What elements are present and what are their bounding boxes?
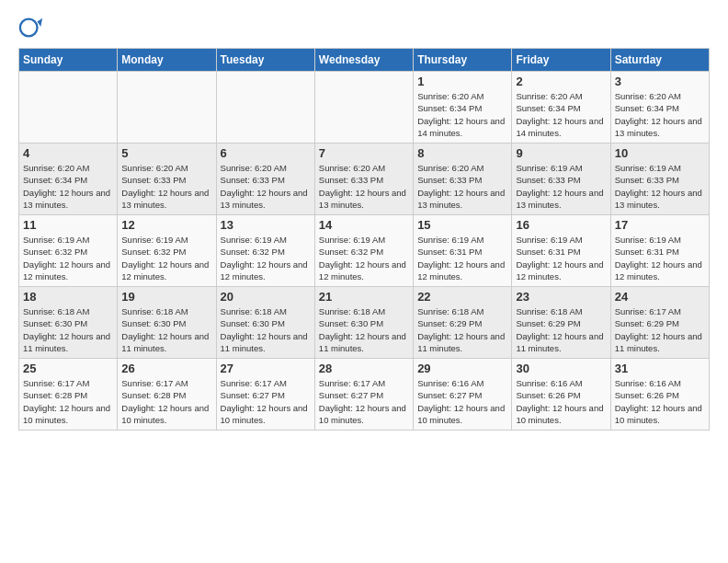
day-number: 12	[121, 218, 211, 232]
day-info: Sunrise: 6:19 AMSunset: 6:33 PMDaylight:…	[516, 162, 606, 211]
col-header-thursday: Thursday	[414, 49, 512, 72]
day-cell: 18Sunrise: 6:18 AMSunset: 6:30 PMDayligh…	[19, 287, 118, 359]
day-cell: 12Sunrise: 6:19 AMSunset: 6:32 PMDayligh…	[118, 215, 216, 287]
day-info: Sunrise: 6:19 AMSunset: 6:32 PMDaylight:…	[23, 234, 113, 282]
calendar-table: SundayMondayTuesdayWednesdayThursdayFrid…	[18, 48, 710, 431]
header	[18, 15, 710, 40]
day-info: Sunrise: 6:20 AMSunset: 6:33 PMDaylight:…	[121, 162, 211, 211]
day-number: 15	[417, 218, 507, 232]
week-row-1: 1Sunrise: 6:20 AMSunset: 6:34 PMDaylight…	[19, 72, 710, 144]
day-number: 30	[516, 362, 606, 375]
day-number: 14	[319, 218, 409, 232]
day-cell: 6Sunrise: 6:20 AMSunset: 6:33 PMDaylight…	[216, 144, 314, 215]
day-cell: 14Sunrise: 6:19 AMSunset: 6:32 PMDayligh…	[314, 215, 413, 287]
day-cell: 1Sunrise: 6:20 AMSunset: 6:34 PMDaylight…	[414, 72, 512, 144]
day-info: Sunrise: 6:17 AMSunset: 6:27 PMDaylight:…	[221, 377, 311, 426]
day-info: Sunrise: 6:19 AMSunset: 6:32 PMDaylight:…	[319, 234, 409, 282]
day-number: 26	[121, 362, 211, 375]
day-info: Sunrise: 6:18 AMSunset: 6:30 PMDaylight:…	[23, 305, 113, 354]
day-cell: 13Sunrise: 6:19 AMSunset: 6:32 PMDayligh…	[216, 215, 314, 287]
day-cell: 26Sunrise: 6:17 AMSunset: 6:28 PMDayligh…	[118, 359, 216, 431]
day-cell: 29Sunrise: 6:16 AMSunset: 6:27 PMDayligh…	[414, 359, 512, 431]
day-cell: 9Sunrise: 6:19 AMSunset: 6:33 PMDaylight…	[512, 144, 610, 215]
day-cell: 23Sunrise: 6:18 AMSunset: 6:29 PMDayligh…	[512, 287, 610, 359]
day-number: 31	[615, 362, 705, 375]
day-number: 8	[417, 146, 507, 160]
col-header-wednesday: Wednesday	[314, 49, 413, 72]
day-number: 25	[23, 362, 113, 375]
day-cell: 21Sunrise: 6:18 AMSunset: 6:30 PMDayligh…	[314, 287, 413, 359]
day-number: 1	[417, 75, 507, 88]
day-cell: 2Sunrise: 6:20 AMSunset: 6:34 PMDaylight…	[512, 72, 610, 144]
col-header-saturday: Saturday	[610, 49, 709, 72]
day-cell: 27Sunrise: 6:17 AMSunset: 6:27 PMDayligh…	[216, 359, 314, 431]
day-number: 24	[615, 290, 705, 304]
day-cell: 11Sunrise: 6:19 AMSunset: 6:32 PMDayligh…	[19, 215, 118, 287]
day-cell	[19, 72, 118, 144]
header-row: SundayMondayTuesdayWednesdayThursdayFrid…	[19, 49, 710, 72]
day-info: Sunrise: 6:20 AMSunset: 6:33 PMDaylight:…	[319, 162, 409, 211]
col-header-monday: Monday	[118, 49, 216, 72]
day-info: Sunrise: 6:20 AMSunset: 6:33 PMDaylight:…	[221, 162, 311, 211]
day-cell	[314, 72, 413, 144]
day-number: 20	[221, 290, 311, 304]
day-info: Sunrise: 6:19 AMSunset: 6:31 PMDaylight:…	[615, 234, 705, 282]
logo-icon	[18, 15, 44, 40]
day-cell	[118, 72, 216, 144]
svg-point-0	[20, 19, 38, 37]
day-cell: 7Sunrise: 6:20 AMSunset: 6:33 PMDaylight…	[314, 144, 413, 215]
day-info: Sunrise: 6:17 AMSunset: 6:28 PMDaylight:…	[23, 377, 113, 426]
day-cell: 8Sunrise: 6:20 AMSunset: 6:33 PMDaylight…	[414, 144, 512, 215]
day-cell: 3Sunrise: 6:20 AMSunset: 6:34 PMDaylight…	[610, 72, 709, 144]
day-cell: 10Sunrise: 6:19 AMSunset: 6:33 PMDayligh…	[610, 144, 709, 215]
day-number: 6	[221, 146, 311, 160]
day-cell: 15Sunrise: 6:19 AMSunset: 6:31 PMDayligh…	[414, 215, 512, 287]
day-cell: 20Sunrise: 6:18 AMSunset: 6:30 PMDayligh…	[216, 287, 314, 359]
col-header-tuesday: Tuesday	[216, 49, 314, 72]
day-number: 7	[319, 146, 409, 160]
day-info: Sunrise: 6:18 AMSunset: 6:30 PMDaylight:…	[319, 305, 409, 354]
day-info: Sunrise: 6:17 AMSunset: 6:29 PMDaylight:…	[615, 305, 705, 354]
page: SundayMondayTuesdayWednesdayThursdayFrid…	[0, 0, 728, 440]
day-cell: 28Sunrise: 6:17 AMSunset: 6:27 PMDayligh…	[314, 359, 413, 431]
day-info: Sunrise: 6:20 AMSunset: 6:34 PMDaylight:…	[516, 90, 606, 139]
day-cell: 24Sunrise: 6:17 AMSunset: 6:29 PMDayligh…	[610, 287, 709, 359]
day-number: 27	[221, 362, 311, 375]
week-row-5: 25Sunrise: 6:17 AMSunset: 6:28 PMDayligh…	[19, 359, 710, 431]
day-info: Sunrise: 6:19 AMSunset: 6:31 PMDaylight:…	[417, 234, 507, 282]
day-cell	[216, 72, 314, 144]
logo	[18, 15, 48, 40]
day-cell: 16Sunrise: 6:19 AMSunset: 6:31 PMDayligh…	[512, 215, 610, 287]
day-info: Sunrise: 6:19 AMSunset: 6:32 PMDaylight:…	[121, 234, 211, 282]
day-info: Sunrise: 6:18 AMSunset: 6:29 PMDaylight:…	[417, 305, 507, 354]
day-info: Sunrise: 6:20 AMSunset: 6:34 PMDaylight:…	[417, 90, 507, 139]
day-info: Sunrise: 6:18 AMSunset: 6:30 PMDaylight:…	[121, 305, 211, 354]
day-cell: 4Sunrise: 6:20 AMSunset: 6:34 PMDaylight…	[19, 144, 118, 215]
day-cell: 31Sunrise: 6:16 AMSunset: 6:26 PMDayligh…	[610, 359, 709, 431]
week-row-2: 4Sunrise: 6:20 AMSunset: 6:34 PMDaylight…	[19, 144, 710, 215]
day-number: 21	[319, 290, 409, 304]
day-cell: 22Sunrise: 6:18 AMSunset: 6:29 PMDayligh…	[414, 287, 512, 359]
day-number: 19	[121, 290, 211, 304]
day-number: 2	[516, 75, 606, 88]
day-cell: 25Sunrise: 6:17 AMSunset: 6:28 PMDayligh…	[19, 359, 118, 431]
day-number: 11	[23, 218, 113, 232]
day-cell: 17Sunrise: 6:19 AMSunset: 6:31 PMDayligh…	[610, 215, 709, 287]
day-info: Sunrise: 6:17 AMSunset: 6:28 PMDaylight:…	[121, 377, 211, 426]
col-header-sunday: Sunday	[19, 49, 118, 72]
week-row-4: 18Sunrise: 6:18 AMSunset: 6:30 PMDayligh…	[19, 287, 710, 359]
day-number: 10	[615, 146, 705, 160]
day-number: 22	[417, 290, 507, 304]
day-number: 29	[417, 362, 507, 375]
day-info: Sunrise: 6:17 AMSunset: 6:27 PMDaylight:…	[319, 377, 409, 426]
day-number: 5	[121, 146, 211, 160]
day-info: Sunrise: 6:20 AMSunset: 6:33 PMDaylight:…	[417, 162, 507, 211]
day-cell: 30Sunrise: 6:16 AMSunset: 6:26 PMDayligh…	[512, 359, 610, 431]
day-info: Sunrise: 6:16 AMSunset: 6:27 PMDaylight:…	[417, 377, 507, 426]
day-info: Sunrise: 6:19 AMSunset: 6:32 PMDaylight:…	[221, 234, 311, 282]
day-cell: 19Sunrise: 6:18 AMSunset: 6:30 PMDayligh…	[118, 287, 216, 359]
day-info: Sunrise: 6:16 AMSunset: 6:26 PMDaylight:…	[516, 377, 606, 426]
day-info: Sunrise: 6:19 AMSunset: 6:31 PMDaylight:…	[516, 234, 606, 282]
col-header-friday: Friday	[512, 49, 610, 72]
week-row-3: 11Sunrise: 6:19 AMSunset: 6:32 PMDayligh…	[19, 215, 710, 287]
